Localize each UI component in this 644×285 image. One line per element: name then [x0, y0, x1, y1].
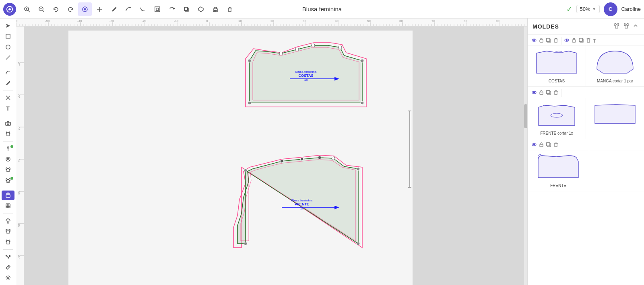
sidebar-fabric-tool[interactable]: [2, 201, 14, 211]
svg-point-59: [339, 46, 342, 49]
svg-point-65: [244, 242, 247, 245]
svg-point-54: [361, 59, 364, 62]
frente-cortar-actions: [528, 87, 644, 98]
svg-point-58: [312, 44, 315, 47]
panel-collapse-btn[interactable]: [632, 22, 639, 31]
panel-shirt-icon-btn[interactable]: [613, 22, 621, 31]
manga-delete-btn[interactable]: [585, 37, 592, 45]
svg-text:Blusa feminina: Blusa feminina: [295, 70, 317, 74]
print-btn[interactable]: [208, 2, 222, 16]
pen-btn[interactable]: [107, 2, 121, 16]
svg-marker-17: [198, 7, 203, 12]
svg-rect-34: [6, 195, 10, 197]
svg-point-50: [7, 277, 9, 279]
frente-cortar-preview-svg: [535, 101, 579, 129]
sidebar-camera-tool[interactable]: [2, 118, 14, 128]
svg-point-45: [8, 257, 9, 258]
svg-point-71: [332, 157, 335, 160]
zoom-out-btn[interactable]: [35, 2, 48, 16]
curve-btn[interactable]: [122, 2, 135, 16]
sidebar-measure-tool[interactable]: [2, 262, 14, 272]
frente-cortar-lock-btn[interactable]: [538, 89, 545, 97]
svg-point-33: [7, 158, 9, 160]
svg-point-64: [244, 169, 247, 172]
manga-text-btn[interactable]: T: [592, 38, 596, 44]
sidebar-arrow-tool[interactable]: [2, 21, 14, 31]
sidebar-stitch-tool[interactable]: [2, 252, 14, 261]
duplicate-btn[interactable]: [180, 2, 193, 16]
user-avatar[interactable]: C: [604, 2, 617, 16]
svg-rect-19: [214, 10, 217, 10]
svg-line-6: [43, 10, 44, 12]
scrollbar-thumb[interactable]: [524, 104, 527, 128]
manga-preview-area[interactable]: MANGA cortar 1 par: [586, 46, 644, 86]
frente-delete-btn[interactable]: [553, 141, 559, 149]
costas-preview-area[interactable]: COSTAS: [528, 46, 586, 86]
undo-btn[interactable]: [49, 2, 63, 16]
main-layout: T: [0, 18, 644, 285]
redo-btn[interactable]: [64, 2, 77, 16]
costas-eye-btn[interactable]: [531, 37, 537, 45]
sidebar-cross-tool[interactable]: [2, 93, 14, 103]
svg-rect-15: [184, 7, 188, 10]
sidebar-garment-tool[interactable]: [2, 237, 14, 246]
add-point-btn[interactable]: [93, 2, 106, 16]
toolbar-right: ✓ 50% C Caroline: [566, 2, 641, 16]
svg-point-57: [279, 52, 283, 55]
sidebar-settings-tool[interactable]: [2, 273, 14, 283]
seam-btn[interactable]: [194, 2, 208, 16]
frente-cortar-copy-btn[interactable]: [545, 89, 552, 97]
rotate-btn[interactable]: [165, 2, 179, 16]
svg-point-85: [566, 40, 568, 41]
costas-copy-btn[interactable]: [545, 37, 552, 45]
svg-rect-80: [540, 40, 543, 42]
zoom-in-btn[interactable]: [20, 2, 34, 16]
sidebar-pattern-tool[interactable]: [2, 226, 14, 236]
drawing-canvas[interactable]: Blusa feminina COSTAS 1x: [24, 27, 527, 285]
left-sidebar: T: [0, 18, 16, 285]
sidebar-line-tool[interactable]: [2, 53, 14, 62]
sidebar-curve-tool[interactable]: [2, 68, 14, 77]
costas-delete-btn[interactable]: [553, 37, 559, 45]
frente-eye-btn[interactable]: [531, 141, 537, 149]
manga-copy-btn[interactable]: [578, 37, 584, 45]
user-name-label[interactable]: Caroline: [621, 6, 641, 12]
manga-lock-btn[interactable]: [571, 37, 577, 45]
frente-cortar-eye-btn[interactable]: [531, 89, 537, 97]
costas-lock-btn[interactable]: [538, 37, 545, 45]
sidebar-pencil-tool[interactable]: [2, 78, 14, 88]
sidebar-circle-tool[interactable]: [2, 42, 14, 52]
panel-shirt2-icon-btn[interactable]: [622, 22, 630, 31]
right-panel-header: MOLDES: [528, 18, 644, 35]
frente-lock-btn[interactable]: [538, 141, 545, 149]
curve2-btn[interactable]: [136, 2, 150, 16]
vertical-scrollbar[interactable]: [524, 27, 527, 285]
molde-row-1: T COSTAS MANGA cortar 1 par: [528, 35, 644, 87]
frente-copy-btn[interactable]: [545, 141, 552, 149]
sidebar-dress-tool[interactable]: [2, 216, 14, 226]
svg-rect-20: [214, 11, 216, 11]
panel-header-icons: [613, 22, 639, 31]
frente-cortar-delete-btn[interactable]: [553, 89, 559, 97]
sidebar-tshirt-tool[interactable]: [2, 165, 14, 174]
grainline-btn[interactable]: [151, 2, 164, 16]
frente-cortar-preview-area[interactable]: FRENTE cortar 1x: [528, 98, 586, 139]
select-btn[interactable]: [78, 2, 92, 16]
sidebar-layers-tool[interactable]: [2, 191, 14, 200]
frente-preview-area[interactable]: FRENTE: [528, 150, 589, 191]
zoom-control[interactable]: 50%: [576, 5, 600, 13]
delete-btn[interactable]: [223, 2, 237, 16]
sidebar-rectangle-tool[interactable]: [2, 31, 14, 41]
zoom-level-label: 50%: [580, 6, 590, 12]
sidebar-vest-tool[interactable]: [2, 129, 14, 139]
svg-point-67: [357, 242, 360, 245]
sidebar-tshirt2-tool[interactable]: [2, 176, 14, 185]
toolbar: Blusa feminina ✓ 50% C Caroline: [0, 0, 644, 18]
manga-eye-btn[interactable]: [564, 37, 570, 45]
svg-rect-86: [572, 40, 576, 42]
svg-point-96: [551, 113, 563, 117]
sidebar-ring-tool[interactable]: [2, 154, 14, 164]
svg-rect-23: [6, 34, 10, 38]
sidebar-pin-tool[interactable]: [2, 144, 14, 154]
sidebar-text-tool[interactable]: T: [2, 103, 14, 113]
